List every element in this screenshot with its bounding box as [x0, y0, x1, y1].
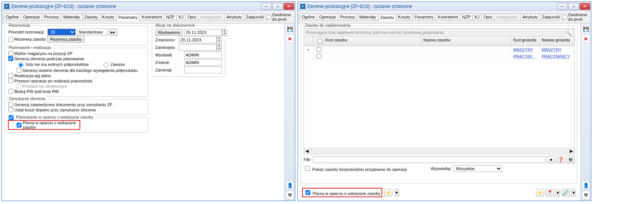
tool-icon[interactable]: ⚒: [582, 191, 590, 199]
titlebar-w2[interactable]: P Zlecenie produkcyjne [ZP-6/23] - zosta…: [298, 2, 591, 11]
bolt2-icon[interactable]: ⚡: [536, 189, 544, 196]
wyswietlaj-select[interactable]: Wszystkie: [453, 165, 502, 172]
filtr-tool-icon[interactable]: ⚒: [566, 156, 575, 163]
tab-procesy[interactable]: Procesy: [338, 14, 357, 20]
cell-nazwa-gniazda[interactable]: MASZYNY: [542, 47, 562, 52]
close-icon[interactable]: ✖: [286, 35, 294, 43]
chk-ustal-koszt[interactable]: Ustal koszt dopiero przy zamykaniu zlece…: [8, 107, 96, 112]
tab-nzp[interactable]: NZP: [460, 14, 473, 20]
filtr-dropdown-icon[interactable]: ▾: [547, 156, 555, 163]
tab-zasoby[interactable]: Zasoby: [378, 14, 396, 21]
tab-materialy[interactable]: Materiały: [61, 14, 82, 20]
pin-icon[interactable]: 📍: [546, 189, 554, 196]
col-check[interactable]: [314, 37, 324, 46]
chk-realizacja-wg-planu[interactable]: Realizacja wg planu: [8, 73, 51, 78]
tab-operacje[interactable]: Operacje: [21, 14, 42, 20]
cell-kod-gniazda[interactable]: MASZYNY: [513, 47, 533, 52]
group-zamykanie: Zamykanie zlecenia Generuj zatwierdzone …: [5, 99, 148, 115]
chk-zwolnione[interactable]: Zwolnione do prod.: [266, 12, 293, 21]
col-kod-zasobu[interactable]: Kod zasobu: [324, 37, 421, 46]
chk-zwolnione-w2[interactable]: Zwolnione do prod.: [562, 12, 589, 21]
grid-body[interactable]: ▸ MASZYNY MASZYNY PRACOW... PRACOWNICY: [304, 46, 574, 148]
magnify-split-icon[interactable]: ▾: [571, 189, 576, 196]
grid-search-icon[interactable]: 🔍: [565, 29, 573, 37]
chk-wybor-magazynu[interactable]: Wybór magazynu na pozycji ZP: [8, 51, 73, 56]
tab-atrybuty[interactable]: Atrybuty: [520, 14, 540, 20]
tab-parametry[interactable]: Parametry: [412, 14, 436, 20]
radio-gdy[interactable]: Gdy nie ma wolnych półproduktów: [17, 61, 89, 67]
filtr-input[interactable]: [313, 156, 545, 163]
tab-zasoby[interactable]: Zasoby: [82, 14, 100, 20]
chk-blokuj-pw[interactable]: Blokuj PW jeśli brak RW: [8, 89, 59, 94]
save-icon[interactable]: 💾: [582, 25, 590, 33]
date-zamknieto[interactable]: [179, 44, 217, 51]
radio-zawsze[interactable]: Zawsze: [102, 61, 125, 67]
group-planuj-legend: Planowanie w oparciu o wskazane zasoby: [8, 115, 95, 120]
chk-planuj-oparciu[interactable]: Planuj w oparciu o wskazane zasoby: [17, 120, 80, 129]
person-icon[interactable]: 👤: [286, 181, 294, 189]
tab-kontrahent[interactable]: Kontrahent: [435, 14, 460, 20]
chk-generuj-dokumenty[interactable]: Generuj zatwierdzone dokumenty przy zamy…: [8, 102, 112, 107]
tab-ogolne[interactable]: Ogólne: [299, 14, 317, 20]
filtr-help-icon[interactable]: ❓: [557, 156, 565, 163]
btn-wystawiono[interactable]: Wystawiono: [155, 29, 183, 36]
scroll-left-icon[interactable]: ◀: [304, 148, 310, 154]
date-wystawiono[interactable]: [184, 29, 222, 36]
tab-koszty[interactable]: Koszty: [100, 14, 117, 20]
chk-generuj[interactable]: Generuj zlecenia podczas planowania: [8, 56, 84, 61]
tab-opis[interactable]: Opis: [481, 14, 494, 20]
spin-button[interactable]: ▸▸: [109, 29, 117, 35]
maximize-button[interactable]: ▭: [568, 3, 579, 10]
person-icon[interactable]: 👤: [582, 181, 590, 189]
save-icon[interactable]: 💾: [286, 25, 294, 33]
tool-icon[interactable]: ⚒: [286, 191, 294, 199]
tab-koszty[interactable]: Koszty: [396, 14, 413, 20]
chk-przesun-operacje[interactable]: Przesuń operacje po realizacji poprzedni…: [8, 78, 92, 83]
pin-split-icon[interactable]: ▾: [555, 189, 560, 196]
titlebar[interactable]: P Zlecenie produkcyjne [ZP-6/23] - zosta…: [2, 2, 295, 11]
chk-rezerwuj-zasoby[interactable]: Rezerwuj zasoby: [8, 37, 46, 42]
maximize-button[interactable]: ▭: [272, 3, 283, 10]
tab-operacje[interactable]: Operacje: [317, 14, 338, 20]
tab-kj[interactable]: KJ: [176, 14, 186, 20]
tab-ogolne[interactable]: Ogólne: [3, 14, 21, 20]
tab-atrybuty[interactable]: Atrybuty: [224, 14, 244, 20]
tab-opis[interactable]: Opis: [185, 14, 198, 20]
tab-zalaczniki[interactable]: Załączniki: [244, 14, 267, 20]
col-mark[interactable]: [304, 37, 314, 46]
priorytet-select[interactable]: 20: [47, 29, 76, 35]
grid-header: Kod zasobu Nazwa zasobu Kod gniazda Nazw…: [304, 37, 574, 46]
grid-groupby-zone[interactable]: Przeciągnij tutaj nagłówek kolumny, jeśl…: [304, 29, 574, 37]
bolt-split-icon[interactable]: ▾: [395, 189, 399, 196]
close-icon[interactable]: ✖: [582, 35, 590, 43]
magnify-icon[interactable]: 🔎: [562, 189, 570, 196]
tab-kontrahent[interactable]: Kontrahent: [139, 14, 164, 20]
date-zmieniono[interactable]: [179, 37, 217, 43]
chk-planuj-oparciu-bottom[interactable]: Planuj w oparciu o wskazane zasoby: [304, 189, 380, 196]
bolt-icon[interactable]: ⚡: [384, 189, 392, 196]
grid-hscroll[interactable]: ◀ ▶: [304, 148, 574, 154]
tab-zalaczniki[interactable]: Załączniki: [540, 14, 563, 20]
col-nazwa-zasobu[interactable]: Nazwa zasobu: [421, 37, 511, 46]
tab-procesy[interactable]: Procesy: [42, 14, 61, 20]
chk-pokaz-zasoby[interactable]: Pokaż zasoby bezpośrednio przypisane do …: [304, 165, 407, 172]
close-button[interactable]: ✕: [580, 3, 590, 10]
table-row[interactable]: ▸ MASZYNY MASZYNY: [304, 46, 574, 53]
col-kod-gniazda[interactable]: Kod gniazda: [511, 37, 540, 46]
tab-parametry[interactable]: Parametry: [116, 14, 140, 21]
minimize-button[interactable]: —: [557, 3, 568, 10]
scroll-right-icon[interactable]: ▶: [568, 148, 574, 154]
group-akcje-legend: Akcje na dokumencie: [154, 23, 196, 27]
table-row[interactable]: PRACOW... PRACOWNICY: [304, 53, 574, 60]
btn-rezerwuj-zasoby[interactable]: Rezerwuj zasoby: [47, 36, 84, 43]
chk-generuj-osobne[interactable]: Generuj osobne zlecenia dla każdego wyst…: [17, 68, 137, 73]
close-button[interactable]: ✕: [284, 3, 294, 10]
cell-kod-gniazda[interactable]: PRACOW...: [513, 54, 535, 59]
tab-materialy[interactable]: Materiały: [357, 14, 378, 20]
cell-nazwa-gniazda[interactable]: PRACOWNICY: [542, 54, 570, 59]
col-nazwa-gniazda[interactable]: Nazwa gniazda: [540, 37, 574, 46]
tab-kj[interactable]: KJ: [472, 14, 482, 20]
minimize-button[interactable]: —: [261, 3, 272, 10]
tab-nzp[interactable]: NZP: [164, 14, 177, 20]
chk-planuj-oparciu-highlight: Planuj w oparciu o wskazane zasoby: [8, 120, 80, 129]
